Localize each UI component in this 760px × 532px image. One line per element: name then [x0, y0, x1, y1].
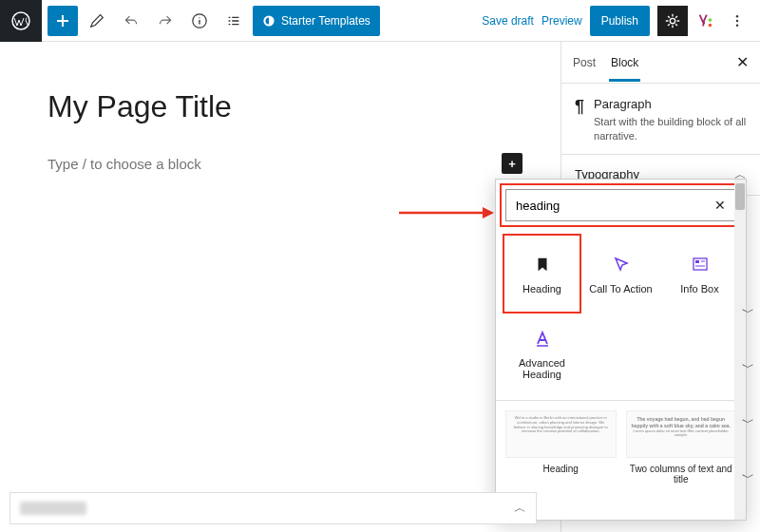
add-block-inline-button[interactable]: + [502, 153, 522, 174]
settings-button[interactable] [657, 6, 688, 36]
chevron-up-icon[interactable]: ︿ [514, 500, 526, 517]
editor-top-toolbar: Starter Templates Save draft Preview Pub… [0, 0, 760, 42]
starter-templates-label: Starter Templates [281, 14, 370, 28]
tab-post[interactable]: Post [573, 45, 596, 81]
breadcrumb-blurred [20, 502, 86, 515]
close-sidebar-button[interactable]: ✕ [736, 53, 749, 71]
block-result-label: Heading [522, 283, 561, 294]
svg-point-4 [709, 23, 712, 27]
chevron-down-icon: ﹀ [742, 469, 754, 486]
info-button[interactable] [184, 6, 215, 36]
save-draft-button[interactable]: Save draft [482, 14, 534, 28]
publish-button[interactable]: Publish [590, 6, 650, 36]
bookmark-icon [531, 253, 554, 276]
letter-a-icon [531, 327, 554, 350]
annotation-arrow [399, 203, 494, 222]
pointer-icon [610, 253, 633, 276]
block-type-desc: Start with the building block of all nar… [594, 115, 747, 144]
svg-point-8 [736, 24, 738, 26]
svg-point-6 [736, 15, 738, 17]
pattern-preview: The voyage had begun, and had begun happ… [626, 410, 737, 458]
block-placeholder[interactable]: Type / to choose a block [48, 156, 502, 172]
editor-canvas: My Page Title Type / to choose a block + [0, 42, 560, 532]
wordpress-logo[interactable] [0, 0, 42, 42]
block-result-cta[interactable]: Call To Action [584, 237, 657, 311]
more-options-button[interactable] [722, 6, 752, 36]
svg-marker-10 [483, 207, 494, 218]
block-type-heading: Paragraph [594, 97, 747, 111]
paragraph-icon: ¶ [575, 97, 584, 144]
pattern-preview: We're a studio in Berlin with an interna… [505, 410, 617, 458]
svg-rect-12 [695, 260, 699, 263]
redo-button[interactable] [150, 6, 180, 36]
undo-button[interactable] [116, 6, 146, 36]
add-block-toolbar-button[interactable] [48, 6, 78, 36]
yoast-icon[interactable] [695, 11, 714, 30]
svg-point-5 [709, 18, 712, 22]
edit-icon[interactable] [82, 6, 112, 36]
svg-rect-11 [694, 258, 707, 270]
svg-point-3 [670, 18, 674, 23]
block-search-input[interactable] [516, 199, 714, 213]
block-inserter-popover: ✕ Heading Call To Action Info Box Advanc… [495, 179, 747, 521]
pattern-label: Two columns of text and title [626, 464, 737, 484]
block-result-label: Call To Action [589, 283, 652, 294]
chevron-down-icon: ﹀ [742, 414, 754, 431]
starter-templates-icon [262, 14, 276, 28]
editor-bottom-bar[interactable]: ︿ [10, 492, 537, 524]
block-result-label: Advanced Heading [505, 357, 579, 380]
tab-block[interactable]: Block [611, 45, 638, 81]
infobox-icon [689, 253, 712, 276]
pattern-two-col[interactable]: The voyage had begun, and had begun happ… [626, 410, 737, 510]
page-title[interactable]: My Page Title [48, 89, 522, 124]
pattern-label: Heading [543, 464, 579, 474]
chevron-down-icon: ﹀ [742, 359, 754, 376]
svg-point-7 [736, 19, 738, 21]
block-search-input-highlight: ✕ [505, 189, 736, 221]
list-view-button[interactable] [218, 6, 249, 36]
clear-search-icon[interactable]: ✕ [714, 198, 726, 213]
starter-templates-button[interactable]: Starter Templates [253, 6, 380, 36]
block-result-label: Info Box [680, 283, 718, 294]
block-result-adv-heading[interactable]: Advanced Heading [505, 316, 579, 390]
block-result-heading[interactable]: Heading [505, 237, 579, 311]
block-result-infobox[interactable]: Info Box [663, 237, 736, 311]
chevron-down-icon: ﹀ [742, 304, 754, 321]
block-info-panel: ¶ Paragraph Start with the building bloc… [561, 84, 760, 155]
sidebar-collapsed-chevrons: ﹀ ﹀ ﹀ ﹀ [742, 304, 754, 486]
preview-button[interactable]: Preview [542, 14, 582, 28]
